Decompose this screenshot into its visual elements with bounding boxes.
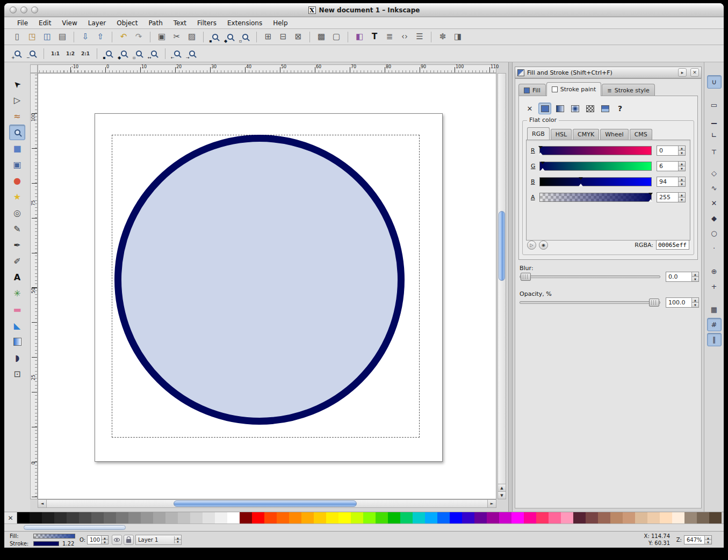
opacity-slider[interactable]	[520, 299, 660, 307]
palette-swatch[interactable]	[190, 512, 203, 523]
linear-gradient-button[interactable]	[553, 103, 566, 114]
dock-resize-handle[interactable]	[508, 62, 513, 512]
zoom-to-page-button[interactable]: ▫	[237, 30, 253, 44]
channel-slider-g[interactable]	[539, 162, 652, 171]
palette-swatch[interactable]	[91, 512, 104, 523]
palette-swatch[interactable]	[215, 512, 227, 523]
panel-close-button[interactable]: ✕	[690, 68, 699, 77]
pattern-button[interactable]	[583, 103, 596, 114]
calligraphy-tool-button[interactable]: ✐	[9, 253, 25, 269]
ellipse-tool-button[interactable]: ●	[9, 173, 25, 188]
group-button[interactable]: ▩	[314, 30, 329, 44]
open-document-button[interactable]: ◳	[25, 30, 40, 44]
slider-marker-b[interactable]	[579, 178, 583, 186]
zoom-previous-button[interactable]: ←	[169, 47, 184, 61]
object-opacity-value[interactable]: 100	[88, 536, 101, 544]
palette-swatch[interactable]	[252, 512, 264, 523]
duplicate-button[interactable]: ⊞	[261, 30, 276, 44]
palette-swatch[interactable]	[697, 512, 709, 523]
palette-swatch[interactable]	[30, 512, 42, 523]
menu-edit[interactable]: Edit	[33, 18, 56, 28]
palette-swatch[interactable]	[573, 512, 586, 523]
tab-stroke-style[interactable]: ≣Stroke style	[602, 84, 654, 96]
radial-gradient-button[interactable]	[568, 103, 581, 114]
slider-marker-a[interactable]	[648, 193, 653, 201]
palette-swatch[interactable]	[610, 512, 623, 523]
swatch-button[interactable]	[599, 103, 611, 114]
palette-swatch[interactable]	[660, 512, 672, 523]
fill-stroke-panel-titlebar[interactable]: Fill and Stroke (Shift+Ctrl+F) ▸ ✕	[515, 67, 702, 78]
box3d-tool-button[interactable]: ▣	[9, 157, 25, 172]
snap-paths-button[interactable]: ∿	[707, 181, 722, 195]
opacity-down[interactable]: ▼	[102, 540, 108, 544]
palette-swatch[interactable]	[227, 512, 240, 523]
text-tool-button[interactable]: A	[9, 270, 25, 285]
palette-swatch[interactable]	[289, 512, 301, 523]
channel-value-r[interactable]: 0	[657, 146, 678, 155]
palette-swatch[interactable]	[561, 512, 573, 523]
spray-tool-button[interactable]: ✳	[9, 286, 25, 301]
dropper-tool-button[interactable]: ◗	[9, 350, 25, 366]
unknown-paint-button[interactable]: ?	[614, 103, 626, 114]
zoom-down[interactable]: ▼	[705, 540, 711, 544]
color-tab-rgb[interactable]: RGB	[527, 127, 550, 140]
fill-indicator-swatch[interactable]	[33, 534, 75, 539]
zoom-selection-button[interactable]: ▪	[101, 47, 116, 61]
tab-stroke-paint[interactable]: Stroke paint	[546, 82, 602, 96]
palette-swatch[interactable]	[511, 512, 524, 523]
blur-slider[interactable]	[520, 273, 660, 281]
palette-swatch[interactable]	[388, 512, 400, 523]
palette-scrollbar-thumb[interactable]	[24, 525, 126, 530]
zoom-out-button[interactable]: −	[25, 47, 40, 61]
layer-lock-toggle[interactable]	[124, 535, 134, 545]
zoom-tool-button[interactable]	[9, 125, 25, 140]
stroke-width-value[interactable]: 1.22	[62, 541, 74, 547]
pencil-tool-button[interactable]: ✎	[9, 221, 25, 237]
layers-dialog-button[interactable]: ≣	[382, 30, 397, 44]
menu-object[interactable]: Object	[111, 18, 143, 28]
print-document-button[interactable]: ▤	[55, 30, 70, 44]
tweak-tool-button[interactable]: ≈	[9, 108, 25, 124]
palette-swatch[interactable]	[647, 512, 660, 523]
undo-button[interactable]: ↶	[116, 30, 131, 44]
zoom-drawing-button[interactable]: ◆	[116, 47, 131, 61]
menu-view[interactable]: View	[56, 18, 82, 28]
rgba-input[interactable]	[656, 240, 689, 250]
layer-visibility-toggle[interactable]	[112, 535, 122, 545]
text-dialog-button[interactable]: T	[367, 30, 382, 44]
palette-swatch[interactable]	[536, 512, 549, 523]
zoom-value[interactable]: 647%	[684, 536, 704, 544]
palette-swatch[interactable]	[598, 512, 610, 523]
palette-swatch[interactable]	[314, 512, 326, 523]
panel-shade-button[interactable]: ▸	[678, 68, 687, 77]
ungroup-button[interactable]: ▢	[329, 30, 344, 44]
palette-swatch[interactable]	[474, 512, 487, 523]
palette-swatch[interactable]	[437, 512, 450, 523]
palette-swatch[interactable]	[635, 512, 647, 523]
channel-slider-b[interactable]	[539, 177, 652, 186]
new-document-button[interactable]: ▯	[10, 30, 25, 44]
zoom-to-selection-button[interactable]: ▪	[207, 30, 222, 44]
step-down-b[interactable]: ▼	[679, 181, 685, 186]
palette-swatch[interactable]	[104, 512, 116, 523]
step-down-r[interactable]: ▼	[679, 150, 685, 155]
blur-step-up[interactable]: ▲	[692, 272, 698, 277]
circle-object[interactable]	[114, 135, 405, 425]
palette-swatch[interactable]	[42, 512, 54, 523]
palette-swatch[interactable]	[54, 512, 67, 523]
channel-slider-r[interactable]	[539, 146, 652, 155]
channel-value-a[interactable]: 255	[657, 193, 678, 202]
zoom-in-button[interactable]: +	[10, 47, 25, 61]
menu-extensions[interactable]: Extensions	[222, 18, 268, 28]
palette-swatch[interactable]	[487, 512, 499, 523]
redo-button[interactable]: ↷	[131, 30, 146, 44]
channel-value-g[interactable]: 6	[657, 162, 678, 171]
zoom-up[interactable]: ▲	[705, 536, 711, 540]
opacity-value[interactable]: 100.0	[666, 298, 691, 307]
step-down-a[interactable]: ▼	[679, 197, 685, 202]
current-layer-selector[interactable]: Layer 1 ▲▼	[135, 535, 182, 545]
menu-filters[interactable]: Filters	[192, 18, 222, 28]
palette-swatch[interactable]	[413, 512, 425, 523]
snap-bbox-corners-button[interactable]: ∟	[707, 128, 722, 142]
snap-bbox-edges-button[interactable]: ▁	[707, 113, 722, 127]
